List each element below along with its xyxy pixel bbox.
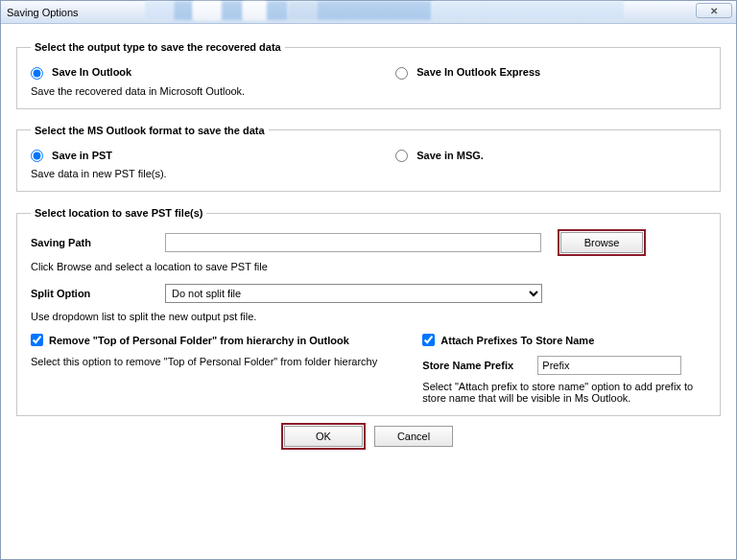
- store-name-prefix-label: Store Name Prefix: [422, 360, 537, 371]
- outlook-format-help: Save data in new PST file(s).: [31, 168, 706, 179]
- group-location-legend: Select location to save PST file(s): [31, 207, 206, 219]
- radio-save-outlook-label: Save In Outlook: [52, 66, 131, 78]
- close-icon: ✕: [710, 6, 718, 16]
- radio-save-pst[interactable]: [31, 150, 43, 162]
- window-title: Saving Options: [7, 7, 79, 18]
- group-location: Select location to save PST file(s) Savi…: [16, 207, 721, 416]
- checkbox-remove-top-label: Remove "Top of Personal Folder" from hie…: [49, 335, 349, 346]
- checkbox-attach-prefix-label: Attach Prefixes To Store Name: [440, 335, 594, 346]
- cancel-button[interactable]: Cancel: [374, 426, 453, 447]
- radio-save-msg-label: Save in MSG.: [416, 150, 484, 161]
- saving-path-input[interactable]: [165, 233, 541, 252]
- group-outlook-format: Select the MS Outlook format to save the…: [16, 125, 721, 193]
- checkbox-attach-prefix[interactable]: [422, 334, 435, 346]
- split-option-help: Use dropdown list to split the new outpu…: [31, 311, 706, 322]
- store-name-prefix-input[interactable]: [537, 356, 681, 375]
- titlebar: Saving Options ✕: [1, 1, 736, 24]
- close-button[interactable]: ✕: [696, 3, 732, 18]
- browse-button[interactable]: Browse: [560, 232, 643, 253]
- radio-save-pst-wrap[interactable]: Save in PST: [31, 150, 112, 161]
- group-outlook-format-legend: Select the MS Outlook format to save the…: [31, 125, 269, 136]
- radio-save-outlook-express[interactable]: [395, 67, 408, 80]
- dialog-window: Saving Options ✕ Select the output type …: [0, 0, 737, 560]
- radio-save-msg[interactable]: [395, 150, 408, 162]
- group-output-type: Select the output type to save the recov…: [16, 41, 721, 109]
- footer-buttons: OK Cancel: [16, 426, 721, 447]
- saving-path-help: Click Browse and select a location to sa…: [31, 261, 706, 272]
- saving-path-label: Saving Path: [31, 237, 165, 248]
- radio-save-outlook[interactable]: [31, 67, 43, 80]
- radio-save-pst-label: Save in PST: [52, 150, 112, 161]
- radio-save-outlook-express-label: Save In Outlook Express: [416, 66, 540, 78]
- dialog-content: Select the output type to save the recov…: [1, 24, 736, 456]
- radio-save-outlook-express-wrap[interactable]: Save In Outlook Express: [395, 66, 540, 78]
- background-blur: [145, 1, 624, 20]
- store-name-prefix-help: Select "Attach prefix to store name" opt…: [422, 381, 706, 404]
- remove-top-help: Select this option to remove "Top of Per…: [31, 356, 413, 367]
- group-output-type-legend: Select the output type to save the recov…: [31, 41, 285, 53]
- output-type-help: Save the recovered data in Microsoft Out…: [31, 85, 706, 97]
- radio-save-outlook-wrap[interactable]: Save In Outlook: [31, 66, 131, 78]
- split-option-select[interactable]: Do not split file: [165, 284, 542, 303]
- split-option-label: Split Option: [31, 288, 165, 299]
- checkbox-remove-top[interactable]: [31, 334, 43, 346]
- ok-button[interactable]: OK: [284, 426, 363, 447]
- radio-save-msg-wrap[interactable]: Save in MSG.: [395, 150, 484, 161]
